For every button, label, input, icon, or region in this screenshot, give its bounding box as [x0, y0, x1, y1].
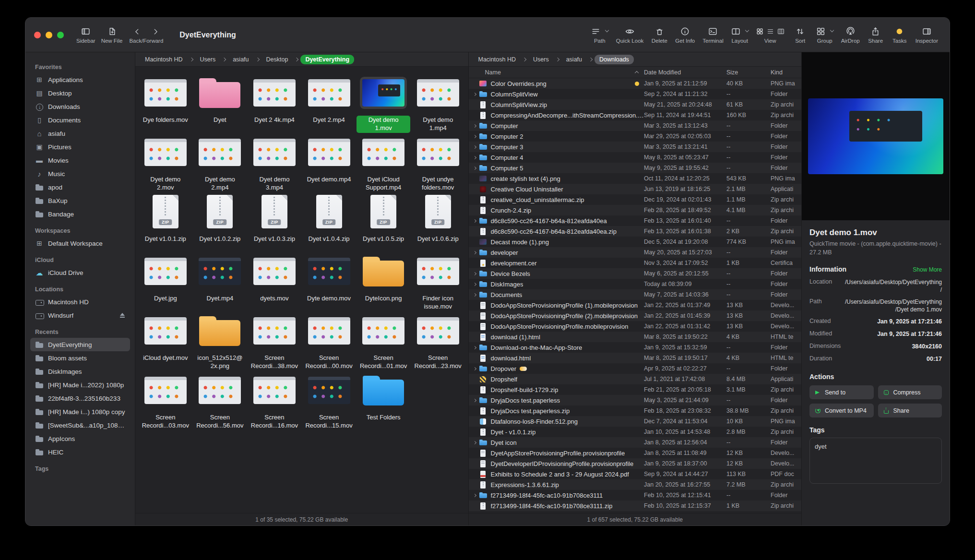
disclosure-chevron-icon[interactable] — [473, 124, 476, 127]
sidebar-item[interactable]: HEIC — [30, 445, 130, 459]
sidebar-item[interactable]: Music — [30, 167, 130, 180]
breadcrumb-item[interactable]: Users — [195, 55, 221, 64]
action-button[interactable]: Share — [878, 404, 942, 417]
sidebar-item[interactable]: Downloads — [30, 100, 130, 113]
table-row[interactable]: ColumnSplitView.zip May 21, 2025 at 20:2… — [469, 99, 802, 110]
grid-file-item[interactable]: Dyet demo 3.mp4 — [247, 133, 302, 192]
disclosure-chevron-icon[interactable] — [473, 92, 476, 95]
disclosure-chevron-icon[interactable] — [473, 282, 476, 286]
sidebar-item[interactable]: Applications — [30, 73, 130, 86]
grid-file-item[interactable]: Dyet demo 1.mp4 — [411, 73, 465, 133]
table-row[interactable]: CompressingAndDecompre...ithStreamCompre… — [469, 110, 802, 120]
sidebar-item[interactable]: [HR] Made i...) 1080p copy — [30, 405, 130, 418]
sidebar-item[interactable]: Windsurf — [30, 309, 130, 322]
toolbar-terminal-button[interactable]: Terminal — [700, 26, 726, 44]
action-button[interactable]: Send to — [809, 385, 874, 399]
grid-file-item[interactable]: Dyte demo.mov — [302, 252, 357, 311]
grid-file-item[interactable]: Screen Recordi...16.mov — [247, 371, 302, 430]
disclosure-chevron-icon[interactable] — [473, 250, 476, 254]
breadcrumb-item[interactable]: Users — [528, 55, 554, 64]
toolbar-new-file-button[interactable]: New File — [98, 26, 126, 44]
grid-file-item[interactable]: Dyet — [193, 73, 248, 133]
table-row[interactable]: create stylish text (4).png Oct 11, 2024… — [469, 173, 802, 184]
list-view-icon[interactable] — [767, 28, 774, 35]
toolbar-sidebar-button[interactable]: Sidebar — [73, 26, 98, 44]
breadcrumb-item[interactable]: asiafu — [561, 55, 587, 64]
disclosure-chevron-icon[interactable] — [473, 493, 476, 497]
disclosure-chevron-icon[interactable] — [473, 134, 476, 138]
column-header-kind[interactable]: Kind — [771, 69, 801, 76]
table-row[interactable]: Device Bezels May 6, 2025 at 20:12:55 --… — [469, 268, 802, 279]
sidebar-item[interactable]: Bloom assets — [30, 351, 130, 365]
sidebar-item[interactable]: [HR] Made i...2022) 1080p — [30, 378, 130, 392]
toolbar-sort-button[interactable]: Sort — [789, 26, 811, 44]
table-row[interactable]: Dyet - v1.0.1.zip Jan 10, 2025 at 14:53:… — [469, 427, 802, 437]
video-preview-thumbnail[interactable] — [808, 98, 943, 174]
column-header-name[interactable]: Name — [469, 69, 644, 76]
grid-file-item[interactable]: Test Folders — [356, 371, 411, 430]
grid-file-item[interactable]: Finder icon issue.mov — [411, 252, 465, 311]
table-row[interactable]: DyetDeveloperIDProvisioningProfile.provi… — [469, 458, 802, 469]
table-row[interactable]: DryjaDocs test.paperless May 3, 2025 at … — [469, 395, 802, 405]
eject-icon[interactable] — [119, 313, 125, 318]
disclosure-chevron-icon[interactable] — [473, 155, 476, 159]
table-row[interactable]: DryjaDocs test.paperless.zip Feb 18, 202… — [469, 405, 802, 416]
table-row[interactable]: Expressions-1.3.6.61.zip Jan 20, 2025 at… — [469, 479, 802, 490]
toolbar-view-switcher[interactable]: View — [753, 26, 787, 44]
table-row[interactable]: d6c8c590-cc26-4167-b64a-812eafda40ea.zip… — [469, 226, 802, 237]
action-button[interactable]: Compress — [878, 385, 942, 399]
table-row[interactable]: Dropover Apr 9, 2025 at 02:22:27 -- Fold… — [469, 363, 802, 374]
sidebar-item[interactable]: Documents — [30, 113, 130, 127]
table-row[interactable]: Download-on-the-Mac-App-Store Jan 9, 202… — [469, 342, 802, 353]
disclosure-chevron-icon[interactable] — [473, 166, 476, 169]
grid-file-item[interactable]: Dyet v1.0.4.zip — [302, 192, 357, 252]
sidebar-item[interactable]: Pictures — [30, 140, 130, 154]
action-button[interactable]: Convert to MP4 — [809, 404, 874, 417]
table-row[interactable]: Dyet icon Jan 8, 2025 at 12:56:04 -- Fol… — [469, 437, 802, 448]
table-row[interactable]: development.cer Nov 3, 2024 at 17:09:52 … — [469, 258, 802, 268]
table-row[interactable]: creative_cloud_uninstallermac.zip Dec 19… — [469, 194, 802, 205]
grid-file-item[interactable]: Screen Recordi...38.mov — [247, 311, 302, 371]
table-row[interactable]: Exhibits to Schedule 2 and 3 - 29 August… — [469, 469, 802, 479]
table-row[interactable]: download.html Mar 8, 2025 at 19:50:17 4 … — [469, 353, 802, 363]
sidebar-item[interactable]: iCloud Drive — [30, 266, 130, 279]
table-row[interactable]: ColumnSplitView Sep 2, 2024 at 11:21:32 … — [469, 89, 802, 99]
show-more-link[interactable]: Show More — [913, 266, 942, 273]
disclosure-chevron-icon[interactable] — [473, 441, 476, 444]
table-row[interactable]: Dropshelf Jul 1, 2021 at 17:42:08 8.4 MB… — [469, 374, 802, 384]
grid-file-item[interactable]: Dyet demo 2.mov — [138, 133, 193, 192]
sidebar-item[interactable]: Movies — [30, 154, 130, 167]
breadcrumb-item[interactable]: Macintosh HD — [140, 55, 188, 64]
breadcrumb-item[interactable]: Downloads — [595, 55, 634, 64]
sidebar-item[interactable]: apod — [30, 180, 130, 194]
sidebar-item[interactable]: Bandage — [30, 207, 130, 221]
sidebar-item[interactable]: AppIcons — [30, 432, 130, 445]
disclosure-chevron-icon[interactable] — [473, 398, 476, 402]
grid-file-item[interactable]: Dyet v1.0.2.zip — [193, 192, 248, 252]
sidebar-item[interactable]: asiafu — [30, 127, 130, 140]
toolbar-path-button[interactable]: Path — [588, 26, 611, 44]
column-header-date[interactable]: Date Modified — [644, 69, 726, 76]
column-view-icon[interactable] — [777, 28, 785, 35]
breadcrumb-item[interactable]: DyetEverything — [300, 55, 354, 64]
table-row[interactable]: Computer 5 May 9, 2025 at 19:55:42 -- Fo… — [469, 163, 802, 173]
grid-file-item[interactable]: Screen Recordi...00.mov — [302, 311, 357, 371]
table-row[interactable]: Computer 4 May 8, 2025 at 05:23:47 -- Fo… — [469, 152, 802, 163]
table-row[interactable]: f2713499-18f4-45fc-ac10-91b708ce3111 Feb… — [469, 490, 802, 500]
minimize-button[interactable] — [46, 32, 52, 38]
sidebar-item[interactable]: [SweetSub&...a10p_1080p] — [30, 418, 130, 432]
sidebar-item[interactable]: Desktop — [30, 86, 130, 100]
table-row[interactable]: Creative Cloud Uninstaller Jun 13, 2019 … — [469, 184, 802, 194]
sidebar-item[interactable]: DiskImages — [30, 365, 130, 378]
toolbar-layout-button[interactable]: Layout — [728, 26, 751, 44]
toolbar-delete-button[interactable]: Delete — [648, 26, 670, 44]
grid-file-item[interactable]: Dyet 2 4k.mp4 — [247, 73, 302, 133]
grid-file-item[interactable]: Dyet demo.mp4 — [302, 133, 357, 192]
sidebar-item[interactable]: Default Workspace — [30, 237, 130, 250]
table-row[interactable]: d6c8c590-cc26-4167-b64a-812eafda40ea Feb… — [469, 215, 802, 226]
sidebar-item[interactable]: Macintosh HD — [30, 295, 130, 309]
grid-view-icon[interactable] — [756, 28, 763, 35]
table-row[interactable]: DodoAppStoreProvisioningProfile (2).mobi… — [469, 310, 802, 321]
grid-file-item[interactable]: dyets.mov — [247, 252, 302, 311]
toolbar-share-button[interactable]: Share — [865, 26, 887, 44]
